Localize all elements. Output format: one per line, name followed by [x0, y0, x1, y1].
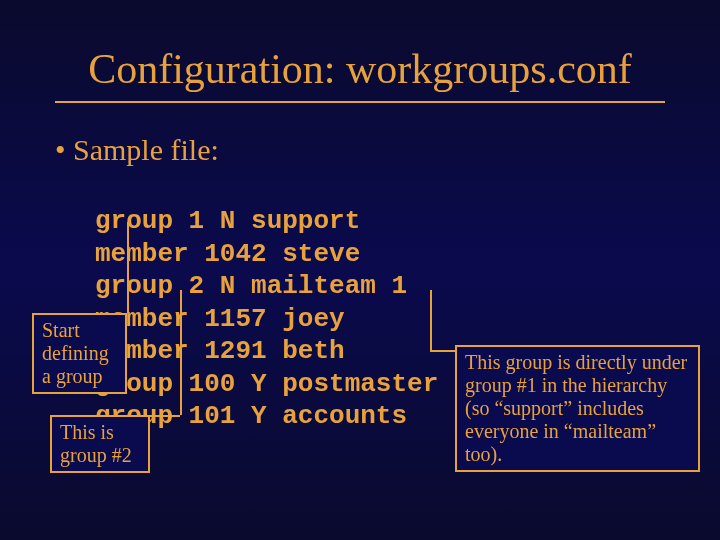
title-underline [55, 101, 665, 103]
slide-title: Configuration: workgroups.conf [0, 0, 720, 101]
code-block: group 1 N support member 1042 steve grou… [95, 205, 438, 433]
connector-line [430, 290, 432, 350]
connector-line [150, 415, 180, 417]
bullet-sample-file: Sample file: [0, 133, 720, 167]
connector-line [430, 350, 455, 352]
connector-line [127, 222, 129, 313]
slide: Configuration: workgroups.conf Sample fi… [0, 0, 720, 540]
callout-start-defining: Start defining a group [32, 313, 127, 394]
callout-group-2: This is group #2 [50, 415, 150, 473]
callout-hierarchy: This group is directly under group #1 in… [455, 345, 700, 472]
connector-line [180, 290, 182, 415]
